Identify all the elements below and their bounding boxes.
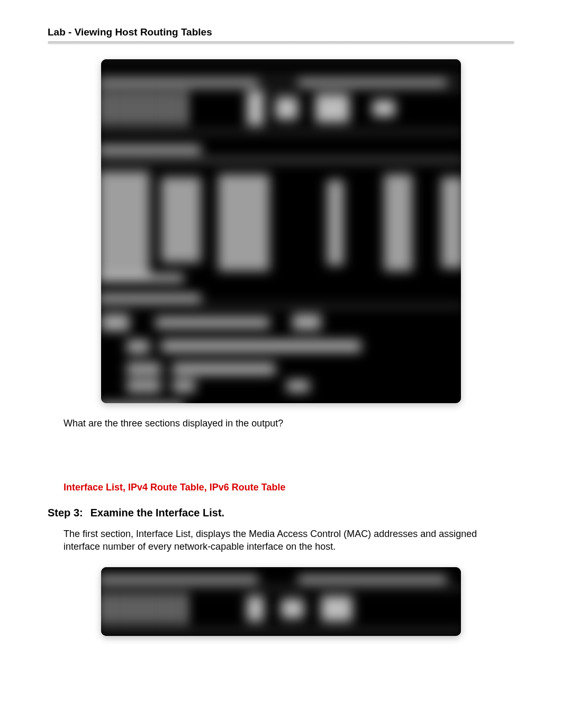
svg-rect-43 xyxy=(101,576,258,583)
svg-rect-38 xyxy=(126,380,161,393)
step3-number: Step 3: xyxy=(48,507,83,519)
svg-rect-27 xyxy=(441,177,461,268)
figure-interface-list xyxy=(101,567,461,636)
header-divider xyxy=(48,41,514,44)
svg-rect-13 xyxy=(181,91,187,125)
svg-rect-25 xyxy=(327,180,343,266)
svg-rect-7 xyxy=(112,91,118,125)
svg-rect-8 xyxy=(124,91,130,125)
svg-rect-51 xyxy=(158,593,164,624)
svg-rect-56 xyxy=(321,596,352,622)
svg-rect-18 xyxy=(101,131,461,132)
svg-rect-16 xyxy=(315,94,350,123)
svg-rect-50 xyxy=(147,593,152,624)
svg-rect-49 xyxy=(135,593,141,624)
svg-rect-3 xyxy=(101,80,258,86)
question-answer: Interface List, IPv4 Route Table, IPv6 R… xyxy=(64,482,514,493)
document-page: Lab - Viewing Host Routing Tables xyxy=(0,0,562,728)
svg-rect-11 xyxy=(158,91,164,125)
svg-rect-48 xyxy=(124,593,130,624)
svg-rect-26 xyxy=(384,174,412,271)
figure-blurred-content xyxy=(101,59,461,403)
svg-rect-31 xyxy=(101,314,130,331)
question-prompt: What are the three sections displayed in… xyxy=(64,418,514,429)
svg-rect-6 xyxy=(101,91,107,125)
svg-rect-52 xyxy=(169,593,175,624)
svg-rect-1 xyxy=(101,59,461,60)
svg-rect-23 xyxy=(161,177,201,262)
svg-rect-47 xyxy=(112,593,118,624)
svg-rect-29 xyxy=(101,294,201,302)
figure-route-print-output xyxy=(101,59,461,403)
svg-rect-54 xyxy=(247,596,264,622)
svg-rect-44 xyxy=(298,576,447,583)
svg-rect-20 xyxy=(101,158,461,159)
svg-rect-34 xyxy=(126,340,149,353)
svg-rect-21 xyxy=(101,161,461,162)
step3-heading: Step 3: Examine the Interface List. xyxy=(48,507,514,519)
svg-rect-12 xyxy=(169,91,175,125)
svg-rect-35 xyxy=(161,340,361,352)
svg-rect-33 xyxy=(293,314,321,330)
step3-paragraph: The first section, Interface List, displ… xyxy=(64,527,514,553)
svg-rect-9 xyxy=(135,91,141,125)
svg-rect-46 xyxy=(101,593,107,624)
svg-rect-10 xyxy=(147,91,152,125)
figure-blurred-content xyxy=(101,567,461,636)
svg-rect-17 xyxy=(373,100,395,117)
svg-rect-15 xyxy=(275,97,298,120)
figure-frame xyxy=(101,567,461,636)
page-header-title: Lab - Viewing Host Routing Tables xyxy=(48,26,514,38)
svg-rect-14 xyxy=(247,91,264,125)
svg-rect-37 xyxy=(173,362,275,375)
svg-rect-28 xyxy=(101,274,184,282)
svg-rect-24 xyxy=(218,174,269,271)
svg-rect-30 xyxy=(101,305,461,306)
svg-rect-2 xyxy=(101,77,461,78)
svg-rect-36 xyxy=(126,362,161,375)
svg-rect-32 xyxy=(155,317,269,329)
svg-rect-19 xyxy=(101,145,201,153)
svg-rect-5 xyxy=(101,88,461,89)
svg-rect-39 xyxy=(173,380,195,393)
svg-rect-22 xyxy=(101,171,150,274)
figure-frame xyxy=(101,59,461,403)
svg-rect-53 xyxy=(181,593,187,624)
svg-rect-55 xyxy=(281,598,304,618)
svg-rect-40 xyxy=(287,380,310,393)
svg-rect-4 xyxy=(298,80,447,86)
step3-title: Examine the Interface List. xyxy=(90,507,224,519)
